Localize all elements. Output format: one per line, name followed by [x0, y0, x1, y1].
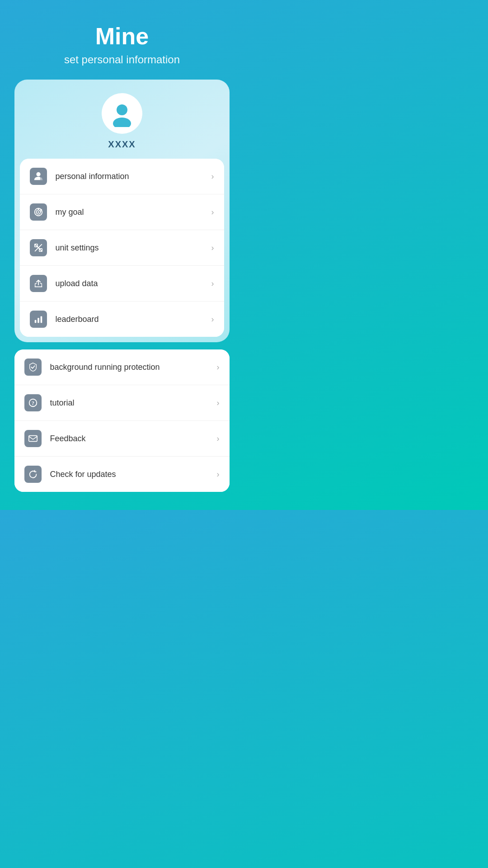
svg-rect-19 [38, 318, 40, 323]
svg-rect-4 [40, 178, 43, 179]
feedback-chevron: › [217, 434, 220, 443]
shield-icon [28, 362, 38, 372]
svg-point-2 [37, 172, 41, 176]
check-for-updates-chevron: › [217, 470, 220, 479]
leaderboard-chevron: › [211, 315, 214, 324]
menu-item-check-for-updates[interactable]: Check for updates › [14, 457, 229, 492]
svg-point-8 [38, 211, 40, 213]
person-icon [33, 171, 43, 181]
username: XXXX [108, 139, 136, 150]
my-goal-label: my goal [55, 208, 211, 217]
svg-rect-18 [35, 320, 37, 323]
background-running-protection-icon-box [24, 359, 42, 376]
question-icon: ? [28, 398, 38, 408]
leaderboard-label: leaderboard [55, 315, 211, 324]
svg-text:?: ? [32, 400, 34, 406]
feedback-icon-box [24, 430, 42, 447]
profile-card: XXXX personal information › [14, 80, 229, 342]
menu-item-personal-information[interactable]: personal information › [20, 159, 224, 194]
avatar[interactable] [102, 93, 142, 134]
unit-settings-chevron: › [211, 243, 214, 253]
settings-icon [33, 243, 43, 253]
personal-information-label: personal information [55, 172, 211, 181]
menu-item-leaderboard[interactable]: leaderboard › [20, 302, 224, 337]
background-running-protection-label: background running protection [50, 363, 216, 372]
my-goal-chevron: › [211, 208, 214, 217]
unit-settings-label: unit settings [55, 243, 211, 253]
menu-item-tutorial[interactable]: ? tutorial › [14, 385, 229, 421]
page-title: Mine [64, 23, 180, 50]
menu-item-unit-settings[interactable]: unit settings › [20, 230, 224, 266]
page-header: Mine set personal information [55, 0, 189, 80]
menu-item-upload-data[interactable]: upload data › [20, 266, 224, 302]
refresh-icon [28, 469, 38, 479]
tutorial-icon-box: ? [24, 394, 42, 411]
upload-data-chevron: › [211, 279, 214, 288]
personal-information-chevron: › [211, 172, 214, 181]
menu-item-background-running-protection[interactable]: background running protection › [14, 349, 229, 385]
menu-group-1: personal information › my goal › [20, 159, 224, 337]
upload-data-icon-box [30, 275, 47, 292]
avatar-icon [108, 100, 136, 127]
svg-rect-23 [29, 436, 37, 442]
svg-rect-20 [41, 316, 42, 323]
background-running-protection-chevron: › [217, 363, 220, 372]
upload-icon [33, 278, 43, 288]
page-subtitle: set personal information [64, 53, 180, 66]
menu-group-2: background running protection › ? tutori… [14, 349, 229, 492]
profile-section: XXXX [14, 80, 229, 159]
tutorial-label: tutorial [50, 398, 216, 408]
svg-point-1 [113, 118, 131, 127]
svg-point-0 [117, 104, 127, 115]
check-for-updates-label: Check for updates [50, 470, 216, 479]
tutorial-chevron: › [217, 398, 220, 408]
upload-data-label: upload data [55, 279, 211, 288]
check-for-updates-icon-box [24, 466, 42, 483]
personal-information-icon-box [30, 168, 47, 185]
feedback-label: Feedback [50, 434, 216, 443]
my-goal-icon-box [30, 203, 47, 221]
svg-rect-5 [40, 179, 43, 179]
menu-item-my-goal[interactable]: my goal › [20, 194, 224, 230]
menu-item-feedback[interactable]: Feedback › [14, 421, 229, 457]
goal-icon [33, 207, 43, 217]
chart-icon [33, 314, 43, 324]
unit-settings-icon-box [30, 239, 47, 256]
mail-icon [28, 434, 38, 443]
svg-rect-3 [40, 177, 43, 178]
leaderboard-icon-box [30, 311, 47, 328]
